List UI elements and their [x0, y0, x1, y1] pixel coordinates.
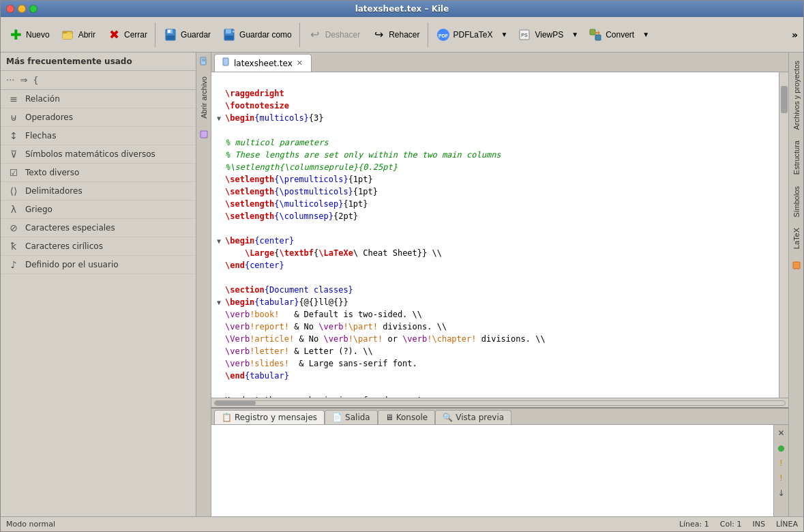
deshacer-icon: ↩	[308, 27, 323, 42]
window-controls	[6, 5, 38, 13]
sidebar-item-simbolos-mat-label: Símbolos matemáticos diversos	[25, 149, 155, 159]
statusbar: Modo normal Línea: 1 Col: 1 INS LÍNEA	[1, 516, 803, 531]
sidebar-item-operadores[interactable]: ⊎ Operadores	[1, 108, 196, 127]
editor-hscrollbar[interactable]	[211, 398, 788, 407]
sidebar-item-caracteres-esp[interactable]: ⊘ Caracteres especiales	[1, 219, 196, 237]
quickbar-item-arrow[interactable]: ⇒	[20, 75, 27, 85]
salida-tab-icon: 📄	[332, 413, 342, 422]
svg-rect-19	[200, 131, 207, 138]
bottom-tab-vista[interactable]: 🔍 Vista previa	[435, 410, 511, 424]
right-tab-archivos[interactable]: Archivos y proyectos	[790, 55, 803, 135]
file-icon-1	[198, 54, 210, 71]
right-vtabs-group: Archivos y proyectos Estructura Símbolos…	[789, 53, 803, 278]
sidebar-item-caracteres-cir[interactable]: ꝁ Caracteres cirílicos	[1, 237, 196, 256]
sidebar-item-delimitadores[interactable]: ⟨⟩ Delimitadores	[1, 182, 196, 201]
delimitadores-icon: ⟨⟩	[8, 186, 20, 196]
convert-arrow[interactable]: ▼	[639, 28, 653, 41]
pdflatex-icon: PDF	[436, 27, 451, 42]
guardar-button[interactable]: Guardar	[158, 25, 215, 45]
svg-rect-7	[226, 29, 231, 33]
konsole-tab-label: Konsole	[396, 413, 428, 422]
sidebar-item-texto[interactable]: ☑ Texto diverso	[1, 164, 196, 182]
pdflatex-arrow[interactable]: ▼	[498, 28, 511, 41]
sep2	[299, 23, 300, 47]
right-tab-simbolos[interactable]: Símbolos	[790, 181, 803, 223]
abrir-icon	[61, 27, 76, 42]
tab-close-btn[interactable]: ✕	[295, 59, 304, 68]
deshacer-button[interactable]: ↩ Deshacer	[303, 25, 365, 45]
bottom-green-btn[interactable]: ●	[776, 441, 786, 455]
quickbar-item-dots[interactable]: ···	[6, 75, 14, 85]
flechas-icon: ↕	[8, 130, 20, 141]
close-button[interactable]	[6, 5, 14, 13]
sidebar-item-caracteres-cir-label: Caracteres cirílicos	[25, 241, 103, 251]
deshacer-label: Deshacer	[325, 30, 360, 40]
quickbar-item-brace[interactable]: {	[33, 75, 38, 85]
sidebar-item-simbolos-mat[interactable]: ⊽ Símbolos matemáticos diversos	[1, 145, 196, 164]
sep3	[428, 23, 428, 47]
cerrar-label: Cerrar	[124, 30, 147, 40]
abrir-button[interactable]: Abrir	[56, 25, 100, 45]
rehacer-button[interactable]: ↪ Rehacer	[366, 25, 424, 45]
bottom-tab-konsole[interactable]: 🖥 Konsole	[378, 410, 436, 424]
bottom-close-btn[interactable]: ✕	[776, 426, 786, 440]
titlebar: latexsheet.tex – Kile	[1, 1, 803, 17]
editor-vscrollbar[interactable]	[779, 72, 788, 398]
nuevo-button[interactable]: ✚ Nuevo	[3, 25, 55, 45]
viewps-button[interactable]: PS ViewPS	[512, 25, 568, 45]
cerrar-button[interactable]: ✖ Cerrar	[102, 25, 152, 45]
sidebar-header: Más frecuentemente usado	[1, 53, 196, 71]
fold-1[interactable]	[217, 89, 225, 99]
viewps-arrow[interactable]: ▼	[568, 28, 582, 41]
bottom-tab-salida[interactable]: 📄 Salida	[325, 410, 378, 424]
editor-container: \raggedright \footnotesize ▼\begin{multi…	[211, 72, 788, 407]
sidebar-item-relacion-label: Relación	[25, 94, 60, 104]
pdflatex-button[interactable]: PDF PDFLaTeX	[431, 25, 498, 45]
editor-content[interactable]: \raggedright \footnotesize ▼\begin{multi…	[211, 72, 779, 398]
status-col: Col: 1	[720, 520, 742, 529]
status-linea: Línea: 1	[679, 520, 709, 529]
sidebar-item-flechas[interactable]: ↕ Flechas	[1, 127, 196, 145]
sidebar-item-delimitadores-label: Delimitadores	[25, 186, 83, 196]
hscrollbar-thumb[interactable]	[215, 401, 256, 405]
svg-rect-15	[595, 35, 601, 40]
hscrollbar-track[interactable]	[214, 400, 786, 406]
sidebar-item-caracteres-esp-label: Caracteres especiales	[25, 223, 115, 233]
svg-text:+: +	[232, 29, 235, 35]
guardar-como-button[interactable]: + Guardar como	[217, 25, 297, 45]
sep1	[155, 23, 155, 47]
svg-text:PS: PS	[522, 33, 528, 38]
convert-icon	[588, 27, 603, 42]
left-vtab-strip: Abrir archivo	[196, 53, 211, 516]
pdflatex-dropdown: PDF PDFLaTeX ▼	[431, 25, 511, 45]
bottom-scroll-btn[interactable]: ↓	[776, 486, 786, 500]
bottom-warn1-btn[interactable]: !	[778, 456, 784, 470]
abrir-archivo-tab[interactable]: Abrir archivo	[198, 71, 209, 124]
nuevo-label: Nuevo	[26, 30, 50, 40]
bottom-warn2-btn[interactable]: !	[778, 471, 784, 485]
convert-button[interactable]: Convert	[583, 25, 639, 45]
right-tab-estructura[interactable]: Estructura	[790, 135, 803, 180]
vista-tab-icon: 🔍	[443, 413, 453, 422]
content-area: latexsheet.tex ✕ \raggedright \footnotes…	[211, 53, 788, 516]
vscrollbar-thumb[interactable]	[781, 86, 788, 113]
bottom-tab-registro[interactable]: 📋 Registro y mensajes	[214, 410, 325, 424]
vista-tab-label: Vista previa	[456, 413, 504, 422]
caracteres-cir-icon: ꝁ	[8, 241, 20, 252]
toolbar-overflow-btn[interactable]: »	[789, 28, 801, 42]
sidebar-item-definido[interactable]: ♪ Definido por el usuario	[1, 256, 196, 274]
sidebar-item-griego[interactable]: λ Griego	[1, 201, 196, 219]
guardar-como-icon: +	[222, 27, 237, 42]
tab-latexsheet[interactable]: latexsheet.tex ✕	[214, 54, 312, 72]
right-vtab-strip: Archivos y proyectos Estructura Símbolos…	[788, 53, 803, 516]
main-window: latexsheet.tex – Kile ✚ Nuevo Abrir ✖ Ce…	[0, 0, 804, 532]
main-area: Más frecuentemente usado ··· ⇒ { ≡ Relac…	[1, 53, 803, 516]
minimize-button[interactable]	[18, 5, 26, 13]
svg-rect-20	[223, 58, 228, 65]
right-tab-latex[interactable]: LaTeX	[790, 222, 803, 254]
maximize-button[interactable]	[29, 5, 38, 13]
sidebar-item-relacion[interactable]: ≡ Relación	[1, 90, 196, 108]
window-title: latexsheet.tex – Kile	[355, 4, 449, 14]
relacion-icon: ≡	[8, 93, 20, 104]
svg-rect-4	[168, 30, 170, 33]
